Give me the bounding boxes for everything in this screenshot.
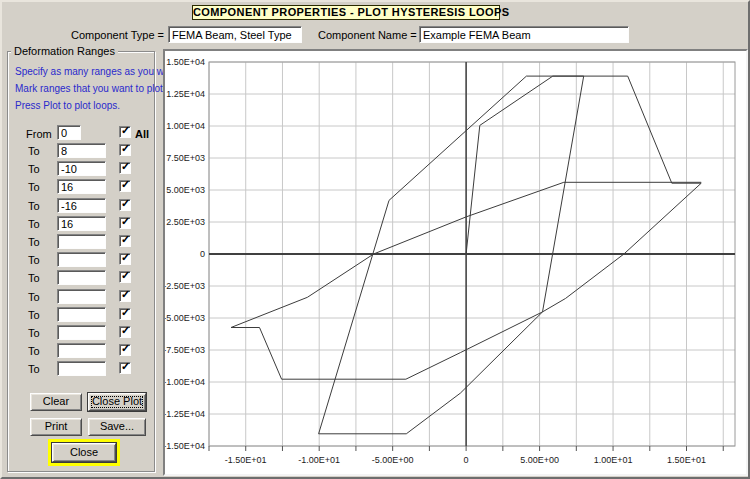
range-checkbox[interactable]: ✓ [119, 253, 131, 265]
x-tick-label: -1.50E+01 [225, 455, 267, 465]
range-checkbox[interactable]: ✓ [119, 290, 131, 302]
to-label: To [28, 345, 40, 357]
from-label: From [26, 128, 52, 140]
to-label: To [28, 254, 40, 266]
check-icon: ✓ [121, 342, 130, 355]
x-tick-label: 0 [464, 455, 469, 465]
dialog-window: COMPONENT PROPERTIES - PLOT HYSTERESIS L… [0, 0, 750, 479]
to-label: To [28, 145, 40, 157]
plot-panel: 1.50E+041.25E+041.00E+047.50E+035.00E+03… [163, 49, 748, 476]
range-checkbox[interactable]: ✓ [119, 144, 131, 156]
check-icon: ✓ [121, 360, 130, 373]
y-tick-label: 5.00E+03 [166, 185, 205, 195]
clear-button[interactable]: Clear [30, 393, 82, 411]
to-label: To [28, 163, 40, 175]
instruction-line: Press Plot to plot loops. [15, 100, 120, 111]
to-field[interactable] [57, 161, 106, 176]
y-tick-label: -5.00E+03 [165, 313, 205, 323]
range-checkbox[interactable]: ✓ [119, 199, 131, 211]
deformation-ranges-title: Deformation Ranges [11, 45, 118, 57]
to-field[interactable] [57, 270, 106, 285]
y-tick-label: -1.25E+04 [165, 409, 205, 419]
check-icon: ✓ [121, 251, 130, 264]
check-icon: ✓ [121, 178, 130, 191]
y-tick-label: 2.50E+03 [166, 217, 205, 227]
check-icon: ✓ [121, 215, 130, 228]
hysteresis-plot: 1.50E+041.25E+041.00E+047.50E+035.00E+03… [165, 51, 746, 474]
y-tick-label: -1.00E+04 [165, 377, 205, 387]
to-label: To [28, 218, 40, 230]
to-field[interactable] [57, 325, 106, 340]
save-button[interactable]: Save... [88, 418, 146, 436]
check-icon: ✓ [121, 306, 130, 319]
to-label: To [28, 236, 40, 248]
to-field[interactable] [57, 361, 106, 376]
to-field[interactable] [57, 143, 106, 158]
range-checkbox[interactable]: ✓ [119, 344, 131, 356]
x-tick-label: 5.00E+00 [520, 455, 559, 465]
x-tick-label: -5.00E+00 [372, 455, 414, 465]
range-checkbox[interactable]: ✓ [119, 271, 131, 283]
component-name-label: Component Name = [318, 29, 415, 41]
to-label: To [28, 327, 40, 339]
y-tick-label: -1.50E+04 [165, 441, 205, 451]
range-checkbox[interactable]: ✓ [119, 362, 131, 374]
check-icon: ✓ [121, 233, 130, 246]
to-label: To [28, 272, 40, 284]
range-checkbox[interactable]: ✓ [119, 235, 131, 247]
instruction-line: Mark ranges that you want to plot. [15, 83, 166, 94]
close-plot-button[interactable]: Close Plot [88, 393, 146, 411]
to-label: To [28, 309, 40, 321]
range-checkbox[interactable]: ✓ [119, 162, 131, 174]
check-icon: ✓ [121, 288, 130, 301]
to-field[interactable] [57, 343, 106, 358]
from-field[interactable] [57, 125, 81, 140]
all-checkbox[interactable]: ✓ [119, 126, 131, 138]
check-icon: ✓ [121, 142, 130, 155]
check-icon: ✓ [121, 160, 130, 173]
range-checkbox[interactable]: ✓ [119, 180, 131, 192]
x-tick-label: 1.50E+01 [667, 455, 706, 465]
instruction-line: Specify as many ranges as you wish. [15, 66, 180, 77]
y-tick-label: -7.50E+03 [165, 345, 205, 355]
range-checkbox[interactable]: ✓ [119, 308, 131, 320]
y-tick-label: 7.50E+03 [166, 153, 205, 163]
to-label: To [28, 291, 40, 303]
y-tick-label: 1.25E+04 [166, 89, 205, 99]
y-tick-label: -2.50E+03 [165, 281, 205, 291]
to-field[interactable] [57, 234, 106, 249]
to-field[interactable] [57, 252, 106, 267]
check-icon: ✓ [121, 197, 130, 210]
range-checkbox[interactable]: ✓ [119, 326, 131, 338]
component-type-field[interactable] [168, 26, 302, 43]
check-icon: ✓ [121, 269, 130, 282]
to-field[interactable] [57, 216, 106, 231]
range-checkbox[interactable]: ✓ [119, 217, 131, 229]
to-field[interactable] [57, 307, 106, 322]
close-button[interactable]: Close [52, 443, 116, 462]
check-icon: ✓ [121, 124, 130, 137]
to-label: To [28, 200, 40, 212]
dialog-title: COMPONENT PROPERTIES - PLOT HYSTERESIS L… [192, 5, 500, 20]
to-label: To [28, 181, 40, 193]
all-label: All [135, 128, 149, 140]
y-tick-label: 1.00E+04 [166, 121, 205, 131]
x-tick-label: 1.00E+01 [594, 455, 633, 465]
y-tick-label: 1.50E+04 [166, 57, 205, 67]
component-type-label: Component Type = [38, 29, 164, 41]
to-label: To [28, 363, 40, 375]
to-field[interactable] [57, 179, 106, 194]
print-button[interactable]: Print [30, 418, 82, 436]
component-name-field[interactable] [419, 26, 629, 43]
check-icon: ✓ [121, 324, 130, 337]
x-tick-label: -1.00E+01 [298, 455, 340, 465]
y-tick-label: 0 [200, 249, 205, 259]
to-field[interactable] [57, 289, 106, 304]
to-field[interactable] [57, 198, 106, 213]
